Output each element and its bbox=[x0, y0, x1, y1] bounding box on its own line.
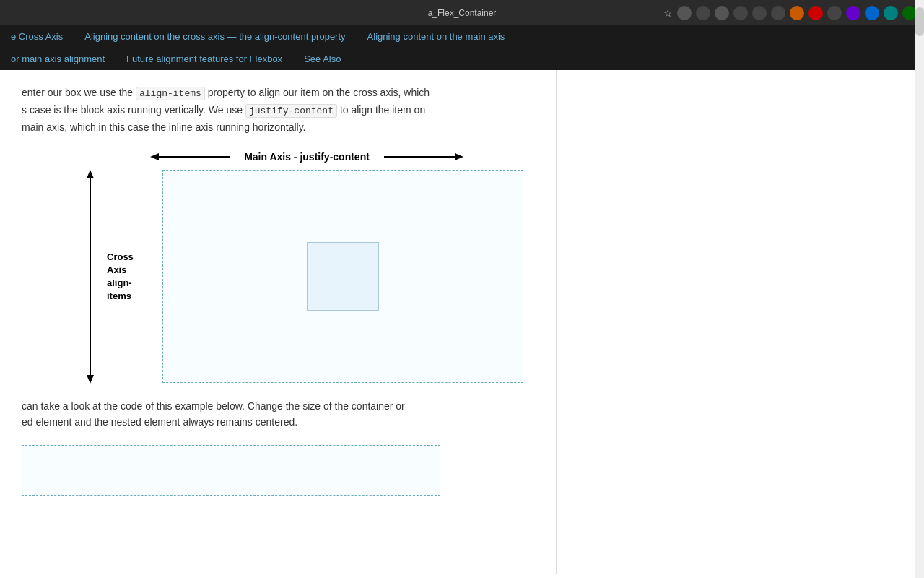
extension-icon-9[interactable] bbox=[827, 6, 842, 20]
extension-icon-7[interactable] bbox=[790, 6, 804, 20]
cross-axis-label-line1: Cross Axis bbox=[107, 251, 154, 277]
extension-icon-11[interactable] bbox=[865, 6, 879, 20]
bottom-paragraph: can take a look at the code of this exam… bbox=[22, 398, 534, 431]
cross-axis-arrow-top bbox=[83, 170, 97, 277]
para3-text: main axis, which in this case the inline… bbox=[22, 121, 306, 133]
extension-icon-1[interactable] bbox=[677, 6, 692, 20]
nav-link-see-also[interactable]: See Also bbox=[293, 53, 352, 64]
nav-row-1: e Cross Axis Aligning content on the cro… bbox=[0, 25, 924, 48]
nav-row-2: or main axis alignment Future alignment … bbox=[0, 48, 924, 70]
extension-icon-4[interactable] bbox=[733, 6, 748, 20]
para2-text2: to align the item on bbox=[340, 104, 425, 116]
flex-container-diagram bbox=[162, 170, 523, 383]
body-paragraph-1: enter our box we use the align-items pro… bbox=[22, 85, 534, 135]
nav-bar: e Cross Axis Aligning content on the cro… bbox=[0, 25, 924, 70]
bottom-text2: ed element and the nested element always… bbox=[22, 416, 297, 428]
nav-link-main-axis[interactable]: Aligning content on the main axis bbox=[357, 31, 516, 42]
extension-icon-10[interactable] bbox=[846, 6, 860, 20]
extension-icon-13[interactable] bbox=[902, 6, 917, 20]
svg-marker-1 bbox=[150, 153, 159, 160]
bookmark-icon[interactable]: ☆ bbox=[663, 7, 673, 19]
nav-link-main-axis-align[interactable]: or main axis alignment bbox=[0, 53, 116, 64]
nav-link-cross-axis[interactable]: e Cross Axis bbox=[0, 31, 74, 42]
svg-marker-3 bbox=[455, 153, 463, 160]
browser-title: a_Flex_Container bbox=[428, 8, 497, 18]
diagram-wrapper: Main Axis - justify-content bbox=[79, 150, 534, 384]
nav-link-align-content[interactable]: Aligning content on the cross axis — the… bbox=[74, 31, 356, 42]
main-axis-label: Main Axis - justify-content bbox=[244, 151, 370, 163]
code-align-items: align-items bbox=[136, 87, 205, 100]
para1-text1: enter our box we use the bbox=[22, 87, 133, 98]
extension-icon-5[interactable] bbox=[752, 6, 767, 20]
extension-icon-3[interactable] bbox=[715, 6, 729, 20]
extension-icon-12[interactable] bbox=[884, 6, 898, 20]
flex-item-diagram bbox=[307, 242, 379, 311]
left-arrow-svg bbox=[150, 150, 237, 164]
extension-icon-6[interactable] bbox=[771, 6, 785, 20]
cross-axis-container bbox=[79, 170, 101, 384]
cross-axis-label-line2: align-items bbox=[107, 277, 154, 303]
para2-text1: s case is the block axis running vertica… bbox=[22, 104, 243, 116]
extension-icon-2[interactable] bbox=[696, 6, 710, 20]
extension-icon-8[interactable] bbox=[808, 6, 823, 20]
main-axis-row: Main Axis - justify-content bbox=[79, 150, 534, 164]
right-panel bbox=[556, 70, 924, 574]
cross-axis-arrow-bottom bbox=[83, 277, 97, 384]
scrollbar-thumb[interactable] bbox=[915, 7, 924, 36]
browser-chrome: a_Flex_Container ☆ bbox=[0, 0, 924, 25]
code-example-box bbox=[22, 445, 440, 496]
code-justify-content: justify-content bbox=[245, 104, 337, 118]
nav-link-future[interactable]: Future alignment features for Flexbox bbox=[116, 53, 293, 64]
diagram-body: Cross Axis align-items bbox=[79, 170, 534, 384]
bottom-text1: can take a look at the code of this exam… bbox=[22, 400, 405, 412]
cross-axis-label-container: Cross Axis align-items bbox=[107, 170, 154, 384]
right-arrow-svg bbox=[377, 150, 463, 164]
svg-marker-5 bbox=[87, 170, 94, 178]
svg-marker-7 bbox=[87, 375, 94, 384]
browser-icons: ☆ bbox=[663, 6, 917, 20]
main-content: enter our box we use the align-items pro… bbox=[0, 70, 556, 574]
content-area: enter our box we use the align-items pro… bbox=[0, 70, 924, 574]
scrollbar[interactable] bbox=[915, 0, 924, 574]
para1-text2: property to align our item on the cross … bbox=[208, 87, 430, 98]
